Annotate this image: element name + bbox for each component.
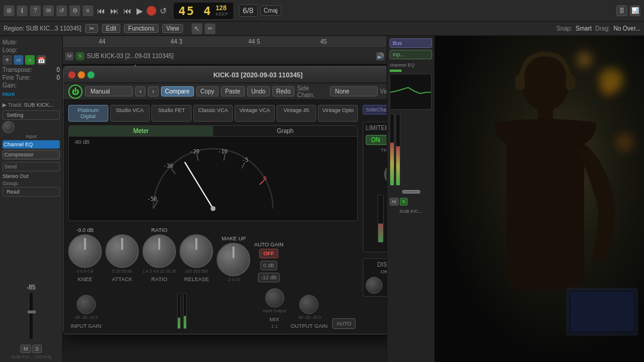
tab-studio-vca[interactable]: Studio VCA xyxy=(110,105,150,122)
sidechain-selector[interactable]: None xyxy=(330,86,378,96)
sidechain-button[interactable]: SideChain xyxy=(363,105,387,114)
info-icon[interactable]: ℹ xyxy=(17,5,28,16)
nav-back-button[interactable]: ‹ xyxy=(135,86,145,96)
record-btn[interactable] xyxy=(147,6,156,16)
skipback-btn[interactable]: ⏮ xyxy=(122,6,133,16)
cpu-icon[interactable]: 📊 xyxy=(630,5,640,16)
minimize-button[interactable] xyxy=(78,71,85,79)
release-scale: 100 200 500 xyxy=(185,269,208,274)
compressor-button[interactable]: Compressor xyxy=(2,150,60,159)
knee-value: -9.0 dB xyxy=(76,227,93,233)
limiter-section: LIMITER ON THRESHOLD -6 -4 xyxy=(363,122,387,252)
strip-ms-btns: M S xyxy=(390,198,432,206)
midi-btn[interactable]: M xyxy=(14,55,23,65)
refresh-icon[interactable]: ↺ xyxy=(56,5,67,16)
volume-fader[interactable] xyxy=(29,292,34,340)
functions-menu[interactable]: Functions xyxy=(124,24,158,33)
menu-icon[interactable]: ≡ xyxy=(83,5,93,16)
limiter-on-button[interactable]: ON xyxy=(366,135,387,145)
neg12-button[interactable]: -12 dB xyxy=(258,273,280,282)
strip-fader-thumb[interactable] xyxy=(402,190,420,194)
copy-button[interactable]: Copy xyxy=(196,86,218,96)
svg-text:-50: -50 xyxy=(147,196,157,202)
loop-btn[interactable]: ↺ xyxy=(159,6,168,16)
knee-knob[interactable] xyxy=(68,234,102,268)
solo-button[interactable]: S xyxy=(32,345,42,353)
tab-vintage-vca[interactable]: Vintage VCA xyxy=(235,105,275,122)
channel-eq-button[interactable]: Channel EQ xyxy=(2,140,60,149)
tab-vintage-45[interactable]: Vintage 45 xyxy=(277,105,317,122)
meter-tabs: Meter Graph xyxy=(69,126,357,137)
tab-studio-fet[interactable]: Studio FET xyxy=(151,105,192,122)
paste-button[interactable]: Paste xyxy=(221,86,245,96)
more-button[interactable]: More xyxy=(2,91,15,97)
mute-button[interactable]: M xyxy=(20,345,31,353)
mix-label: MIX xyxy=(270,316,280,322)
strip-m-button[interactable]: M xyxy=(390,198,399,206)
distortion-knob[interactable] xyxy=(366,277,382,294)
read-button[interactable]: Read xyxy=(2,187,60,197)
fine-tune-label: Fine Tune: xyxy=(2,74,31,81)
pencil-tool[interactable]: ✏ xyxy=(205,23,215,34)
edit-menu[interactable]: Edit xyxy=(102,24,120,33)
strip-meter-l xyxy=(390,114,394,186)
nav-fwd-button[interactable]: › xyxy=(148,86,158,96)
threshold-knob[interactable] xyxy=(384,163,387,186)
attack-section: 5 20 50 80 ATTACK xyxy=(105,234,139,282)
close-button[interactable] xyxy=(68,71,75,79)
mix-scale: Input Output xyxy=(263,309,286,313)
undo-button[interactable]: Undo xyxy=(247,86,270,96)
input-gain-knob[interactable] xyxy=(77,295,96,314)
play-btn[interactable]: ▶ xyxy=(135,6,144,16)
transpose-label: Transpose: xyxy=(2,67,32,73)
auto-gain-off-button[interactable]: OFF xyxy=(259,249,278,258)
bus-button[interactable]: Bus xyxy=(390,38,432,48)
mix-knob[interactable] xyxy=(265,288,284,307)
view-menu[interactable]: View xyxy=(162,24,184,33)
plugin-icon[interactable]: 🎛 xyxy=(616,5,627,16)
fader-thumb[interactable] xyxy=(28,310,36,313)
attack-knob[interactable] xyxy=(105,234,139,268)
output-gain-knob[interactable] xyxy=(299,295,318,314)
output-gain-label: OUTPUT GAIN xyxy=(291,323,327,329)
setting-button[interactable]: Setting xyxy=(2,110,60,120)
redo-button[interactable]: Redo xyxy=(272,86,295,96)
preset-selector[interactable]: Manual xyxy=(85,86,133,96)
grid-icon[interactable]: ⊞ xyxy=(4,5,14,16)
makeup-knob[interactable] xyxy=(217,243,250,276)
smart-btn[interactable]: S xyxy=(25,55,35,65)
power-button[interactable]: ⏻ xyxy=(68,85,83,99)
tab-classic-vca[interactable]: Classic VCA xyxy=(193,105,233,122)
pointer-tool[interactable]: ↖ xyxy=(192,23,202,34)
tab-vintage-opto[interactable]: Vintage Opto xyxy=(318,105,358,122)
pan-knob[interactable] xyxy=(2,121,14,133)
tab-platinum-digital[interactable]: Platinum Digital xyxy=(68,105,108,122)
track-solo-icon[interactable]: S xyxy=(76,52,84,61)
knee-section: -9.0 dB 0 0.4 0.8 KNEE xyxy=(68,227,102,282)
track-header: M S SUB KICK-03 [2...09-03 110345] 🔊 xyxy=(63,48,387,65)
rewind-btn[interactable]: ⏮ xyxy=(96,6,107,16)
compare-button[interactable]: Compare xyxy=(161,86,194,96)
send-button[interactable]: Send xyxy=(2,162,60,171)
auto-button[interactable]: AUTO xyxy=(332,318,356,329)
help-icon[interactable]: ? xyxy=(30,5,41,16)
fastforward-btn[interactable]: ⏭ xyxy=(109,6,120,16)
track-id: SUB KIC...110345] xyxy=(2,354,60,360)
strip-s-button[interactable]: S xyxy=(400,198,408,206)
maximize-button[interactable] xyxy=(87,71,95,79)
release-knob[interactable] xyxy=(180,234,213,268)
ratio-knob[interactable] xyxy=(142,234,176,268)
track-volume-icon[interactable]: 🔊 xyxy=(376,52,384,61)
ratio-section: RATIO 1.4 2 4 8 12 20 30 RATIO xyxy=(142,227,176,282)
add-track-btn[interactable]: + xyxy=(2,55,12,65)
settings-icon[interactable]: ⚙ xyxy=(69,5,80,16)
input-strip-button[interactable]: Inp... xyxy=(390,50,432,59)
track-mute-icon[interactable]: M xyxy=(65,52,74,61)
top-bar: ⊞ ℹ ? ✉ ↺ ⚙ ≡ ⏮ ⏭ ⏮ ▶ ↺ 45 4 128 KEEP 6/… xyxy=(0,0,644,22)
graph-tab[interactable]: Graph xyxy=(213,126,357,136)
meter-tab[interactable]: Meter xyxy=(69,126,213,136)
svg-text:0: 0 xyxy=(263,176,266,182)
mail-icon[interactable]: ✉ xyxy=(43,5,54,16)
zero-db-button[interactable]: 0 dB xyxy=(260,261,278,270)
scissor-btn[interactable]: ✂ xyxy=(85,24,98,33)
